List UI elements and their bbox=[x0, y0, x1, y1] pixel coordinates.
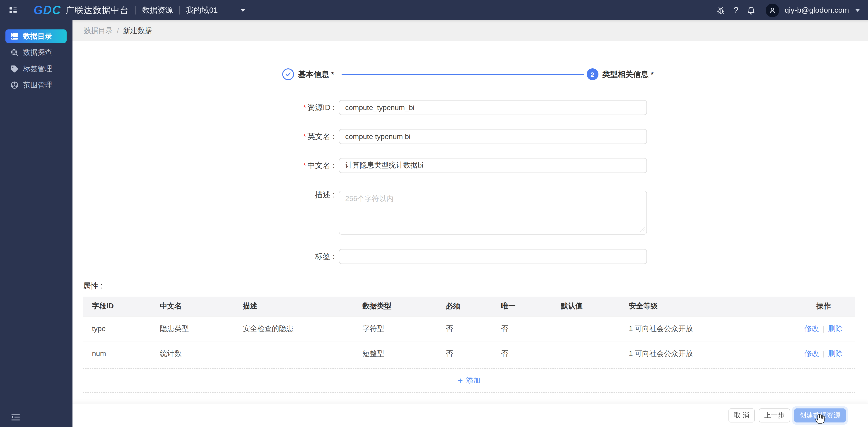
footer-action-bar: 取 消 上一步 创建数据资源 bbox=[72, 403, 868, 427]
col-header-data-type: 数据类型 bbox=[363, 302, 446, 311]
cell-field-id: num bbox=[83, 350, 160, 358]
required-asterisk: * bbox=[303, 162, 306, 169]
cell-cn-name: 隐患类型 bbox=[160, 324, 243, 333]
attributes-section-label: 属性 : bbox=[83, 281, 103, 291]
header-divider bbox=[135, 6, 136, 14]
attributes-table-header: 字段ID 中文名 描述 数据类型 必须 唯一 默认值 安全等级 操作 bbox=[83, 297, 855, 317]
attributes-table: 字段ID 中文名 描述 数据类型 必须 唯一 默认值 安全等级 操作 type … bbox=[83, 297, 855, 393]
resource-id-input[interactable] bbox=[339, 100, 647, 115]
panel-list-icon[interactable] bbox=[8, 5, 18, 15]
sidebar-menu: 数据目录 数据探查 标 bbox=[0, 21, 72, 92]
data-catalog-icon bbox=[10, 32, 19, 40]
cell-unique: 否 bbox=[501, 324, 561, 333]
step-indicator: 基本信息 * 2 类型相关信息 * bbox=[72, 68, 868, 80]
cell-field-id: type bbox=[83, 325, 160, 333]
app-title: 广联达数据中台 bbox=[66, 4, 129, 16]
step1-check-icon bbox=[282, 68, 294, 80]
attribute-row: type 隐患类型 安全检查的隐患 字符型 否 否 1 可向社会公众开放 修改|… bbox=[83, 317, 855, 341]
tags-input[interactable] bbox=[339, 249, 647, 264]
tags-label: 标签 : bbox=[72, 249, 339, 264]
sidebar-item-label: 数据目录 bbox=[23, 31, 52, 41]
resource-id-label: *资源ID : bbox=[72, 100, 339, 115]
sidebar-item-data-catalog[interactable]: 数据目录 bbox=[5, 29, 67, 43]
cn-name-input[interactable] bbox=[339, 158, 647, 173]
nav-data-resource[interactable]: 数据资源 bbox=[142, 5, 173, 15]
sidebar-item-tag-manage[interactable]: 标签管理 bbox=[5, 62, 67, 76]
delete-link[interactable]: 删除 bbox=[828, 349, 843, 357]
sidebar-item-label: 数据探查 bbox=[23, 48, 52, 57]
cancel-button[interactable]: 取 消 bbox=[728, 408, 755, 422]
col-header-required: 必须 bbox=[446, 302, 501, 311]
step2-circle: 2 bbox=[586, 68, 598, 80]
sidebar-item-label: 标签管理 bbox=[23, 64, 52, 74]
top-bar-left: GDC 广联达数据中台 数据资源 我的域01 bbox=[8, 0, 245, 21]
top-bar: GDC 广联达数据中台 数据资源 我的域01 ? bbox=[0, 0, 868, 21]
gdc-logo: GDC bbox=[33, 3, 61, 17]
delete-link[interactable]: 删除 bbox=[828, 324, 843, 332]
add-attribute-button[interactable]: + 添加 bbox=[83, 368, 855, 393]
description-label: 描述 : bbox=[72, 191, 339, 235]
cell-actions: 修改|删除 bbox=[792, 324, 855, 333]
sidebar-item-scope-manage[interactable]: 范围管理 bbox=[5, 78, 67, 92]
breadcrumb-parent[interactable]: 数据目录 bbox=[84, 26, 113, 36]
breadcrumb-separator: / bbox=[117, 27, 119, 35]
help-icon[interactable]: ? bbox=[734, 5, 738, 15]
cell-required: 否 bbox=[446, 349, 501, 358]
breadcrumb: 数据目录 / 新建数据 bbox=[72, 21, 868, 41]
sidebar: 数据目录 数据探查 标 bbox=[0, 21, 72, 427]
cell-security: 1 可向社会公众开放 bbox=[629, 324, 792, 333]
en-name-row: *英文名 : bbox=[72, 129, 868, 144]
domain-selector[interactable]: 我的域01 bbox=[186, 5, 245, 15]
en-name-input[interactable] bbox=[339, 129, 647, 144]
col-header-cn-name: 中文名 bbox=[160, 302, 243, 311]
domain-selector-label: 我的域01 bbox=[186, 5, 218, 15]
cell-cn-name: 统计数 bbox=[160, 349, 243, 358]
col-header-description: 描述 bbox=[243, 302, 363, 311]
cn-name-label: *中文名 : bbox=[72, 158, 339, 173]
en-name-label: *英文名 : bbox=[72, 129, 339, 144]
resource-id-row: *资源ID : bbox=[72, 100, 868, 115]
col-header-unique: 唯一 bbox=[501, 302, 561, 311]
add-attribute-label: 添加 bbox=[466, 375, 480, 385]
tag-icon bbox=[10, 65, 19, 73]
plus-icon: + bbox=[458, 376, 463, 385]
cn-name-row: *中文名 : bbox=[72, 158, 868, 173]
breadcrumb-current: 新建数据 bbox=[123, 26, 152, 36]
description-row: 描述 : bbox=[72, 191, 868, 235]
sidebar-item-data-explore[interactable]: 数据探查 bbox=[5, 46, 67, 59]
create-data-resource-button[interactable]: 创建数据资源 bbox=[794, 408, 846, 422]
previous-step-button[interactable]: 上一步 bbox=[759, 408, 790, 422]
data-explore-icon bbox=[10, 48, 19, 57]
scope-icon bbox=[10, 81, 19, 89]
app-root: GDC 广联达数据中台 数据资源 我的域01 ? bbox=[0, 0, 868, 427]
link-separator: | bbox=[823, 349, 825, 357]
user-avatar-icon[interactable] bbox=[766, 3, 779, 17]
cell-security: 1 可向社会公众开放 bbox=[629, 349, 792, 358]
required-asterisk: * bbox=[303, 104, 306, 111]
col-header-default: 默认值 bbox=[561, 302, 629, 311]
user-email[interactable]: qiy-b@glodon.com bbox=[785, 6, 849, 15]
cell-description: 安全检查的隐患 bbox=[243, 324, 363, 333]
caret-down-icon[interactable] bbox=[855, 9, 860, 11]
col-header-actions: 操作 bbox=[792, 302, 855, 311]
description-textarea[interactable] bbox=[339, 191, 647, 235]
tags-row: 标签 : bbox=[72, 249, 868, 264]
collapse-sidebar-icon[interactable] bbox=[10, 413, 21, 422]
cell-data-type: 字符型 bbox=[363, 324, 446, 333]
caret-down-icon bbox=[240, 9, 245, 11]
main-area: 数据目录 / 新建数据 基本信息 * 2 类型相关信息 * *资源ID : bbox=[72, 21, 868, 427]
bug-icon[interactable] bbox=[716, 6, 725, 15]
cell-required: 否 bbox=[446, 324, 501, 333]
col-header-security: 安全等级 bbox=[629, 302, 792, 311]
required-asterisk: * bbox=[303, 133, 306, 140]
top-bar-right: ? qiy-b@glodon.com bbox=[716, 0, 860, 21]
edit-link[interactable]: 修改 bbox=[805, 324, 819, 332]
sidebar-item-label: 范围管理 bbox=[23, 80, 52, 90]
header-divider bbox=[179, 6, 180, 14]
attribute-row: num 统计数 短整型 否 否 1 可向社会公众开放 修改|删除 bbox=[83, 341, 855, 366]
step1-label: 基本信息 * bbox=[298, 69, 334, 79]
edit-link[interactable]: 修改 bbox=[805, 349, 819, 357]
link-separator: | bbox=[823, 324, 825, 332]
cell-unique: 否 bbox=[501, 349, 561, 358]
bell-icon[interactable] bbox=[747, 6, 756, 15]
